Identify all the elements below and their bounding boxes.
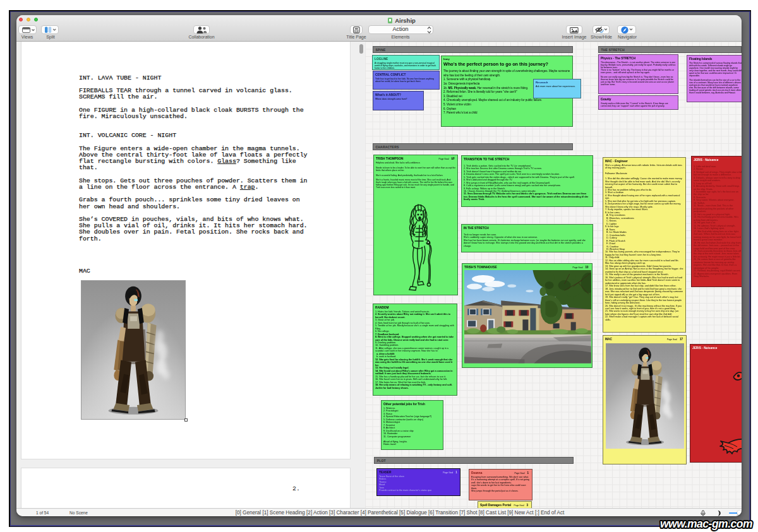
svg-text:www.mac-gm.com: www.mac-gm.com [660, 517, 752, 530]
